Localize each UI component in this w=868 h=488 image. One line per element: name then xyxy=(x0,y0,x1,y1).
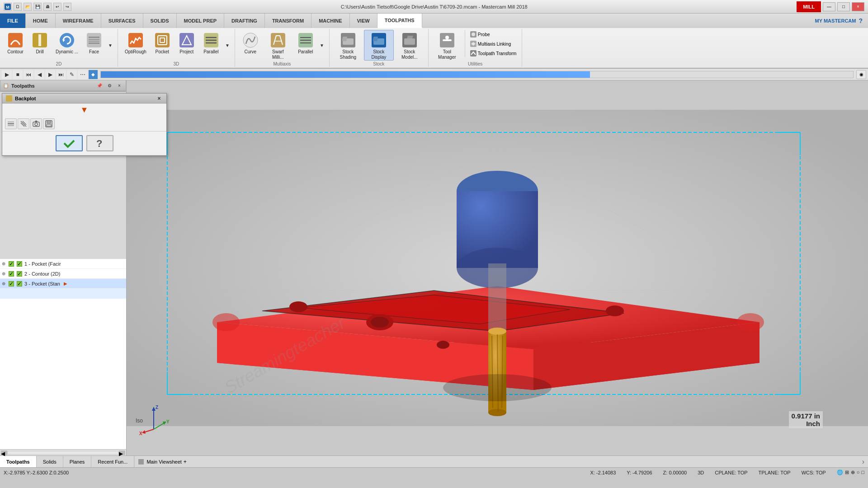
tp-check-2[interactable]: ✓ xyxy=(8,271,14,277)
tp-label-2: 2 - Contour (2D) xyxy=(24,271,60,277)
play-btn[interactable]: ▶ xyxy=(2,70,12,79)
toolpaths-close-btn[interactable]: × xyxy=(116,82,123,89)
next-btn[interactable]: ⏭ xyxy=(56,70,66,79)
my-mastercam-btn[interactable]: MY MASTERCAM ? xyxy=(810,14,868,28)
tp-check2-3[interactable]: ✓ xyxy=(16,281,23,287)
status-y: Y: -4.79206 xyxy=(627,470,652,475)
backplot-help-btn[interactable]: ? xyxy=(86,135,113,151)
scroll-right-btn[interactable]: ▶ xyxy=(119,450,125,455)
viewsheet-add-btn[interactable]: + xyxy=(184,459,187,465)
tp-check-3[interactable]: ✓ xyxy=(8,281,14,287)
grid-icon[interactable]: ⊞ xyxy=(845,469,849,475)
stock-display-btn[interactable]: Stock Display xyxy=(364,30,394,61)
left-panel-scrollbar[interactable]: ◀ ▶ xyxy=(0,449,126,455)
toolpaths-settings-btn[interactable]: ⚙ xyxy=(106,82,113,89)
tp-expand-2[interactable]: ⊕ xyxy=(2,271,6,276)
tp-check-1[interactable]: ✓ xyxy=(8,261,14,267)
print-btn[interactable]: 🖶 xyxy=(43,3,52,11)
close-btn[interactable]: × xyxy=(852,2,864,11)
toolpaths-pin-btn[interactable]: 📌 xyxy=(96,82,103,89)
tab-solids[interactable]: SOLIDS xyxy=(143,14,177,28)
redo-btn[interactable]: ↪ xyxy=(63,3,71,11)
face-btn[interactable]: Face xyxy=(82,30,106,61)
tool-manager-btn[interactable]: Tool Manager xyxy=(432,30,462,61)
project-btn[interactable]: Project xyxy=(175,30,198,61)
left-coords: X:-2.9785 Y:-2.6300 Z:0.2500 xyxy=(4,470,69,475)
tab-wireframe[interactable]: WIREFRAME xyxy=(56,14,101,28)
bp-hatch2-btn[interactable] xyxy=(18,118,29,129)
toolpaths-list[interactable]: ⊕ ✓ ✓ 1 - Pocket (Facir ⊕ ✓ ✓ 2 - Contou… xyxy=(0,259,126,449)
tp-expand-3[interactable]: ⊕ xyxy=(2,281,6,286)
backplot-icon xyxy=(6,95,12,102)
backplot-close-btn[interactable]: × xyxy=(156,95,163,102)
2d-dropdown-btn[interactable]: ▼ xyxy=(107,42,114,49)
stop-btn[interactable]: ■ xyxy=(13,70,23,79)
tab-home[interactable]: HOME xyxy=(26,14,56,28)
circle-icon[interactable]: ○ xyxy=(857,469,860,475)
tab-transform[interactable]: TRANSFORM xyxy=(265,14,311,28)
save-btn[interactable]: 💾 xyxy=(33,3,42,11)
curve-btn[interactable]: Curve xyxy=(239,30,262,61)
bp-camera-btn[interactable] xyxy=(30,118,42,129)
viewport[interactable]: Streamingteacher 0.9177 in Inch Iso Z Y xyxy=(127,80,868,455)
stock-shading-btn[interactable]: Stock Shading xyxy=(333,30,363,61)
stock-model-btn[interactable]: Stock Model... xyxy=(395,30,425,61)
probe-btn[interactable]: Probe xyxy=(468,30,519,39)
contour-label: Contour xyxy=(7,49,24,55)
tab-surfaces[interactable]: SURFACES xyxy=(101,14,143,28)
globe-icon[interactable]: 🌐 xyxy=(837,469,843,475)
prev-btn[interactable]: ⏮ xyxy=(24,70,33,79)
tp-item-1[interactable]: ⊕ ✓ ✓ 1 - Pocket (Facir xyxy=(0,259,126,269)
drill-btn[interactable]: Drill xyxy=(28,30,52,61)
swarf-btn[interactable]: Swarf Milli... xyxy=(263,30,293,61)
multiaxis-dropdown-btn[interactable]: ▼ xyxy=(318,42,326,49)
undo-btn[interactable]: ↩ xyxy=(53,3,61,11)
tp-check2-2[interactable]: ✓ xyxy=(16,271,23,277)
tab-solids[interactable]: Solids xyxy=(37,456,63,467)
edit-btn[interactable]: ✎ xyxy=(67,70,77,79)
tab-machine[interactable]: MACHINE xyxy=(311,14,349,28)
back-btn[interactable]: ◀ xyxy=(34,70,44,79)
parallel-3d-btn[interactable]: Parallel xyxy=(199,30,223,61)
3d-dropdown-btn[interactable]: ▼ xyxy=(224,42,231,49)
tab-drafting[interactable]: DRAFTING xyxy=(224,14,265,28)
optirough-btn[interactable]: OptiRough xyxy=(122,30,150,61)
contour-btn[interactable]: Contour xyxy=(4,30,27,61)
tp-item-2[interactable]: ⊕ ✓ ✓ 2 - Contour (2D) xyxy=(0,269,126,279)
tp-check2-1[interactable]: ✓ xyxy=(16,261,23,267)
parallel-multi-btn[interactable]: Parallel xyxy=(294,30,317,61)
bp-save-btn[interactable] xyxy=(43,118,55,129)
tab-planes[interactable]: Planes xyxy=(63,456,92,467)
axes-icon[interactable]: ⊕ xyxy=(851,469,855,475)
square-icon[interactable]: □ xyxy=(861,469,864,475)
tab-toolpaths[interactable]: TOOLPATHS xyxy=(377,14,422,28)
progress-bar xyxy=(100,71,854,78)
forward-btn[interactable]: ▶ xyxy=(45,70,55,79)
tp-expand-1[interactable]: ⊕ xyxy=(2,261,6,266)
maximize-btn[interactable]: □ xyxy=(837,2,850,11)
open-btn[interactable]: 📂 xyxy=(24,3,32,11)
tab-view[interactable]: VIEW xyxy=(350,14,377,28)
new-btn[interactable]: 🗋 xyxy=(14,3,22,11)
viewsheet-section: Main Viewsheet + xyxy=(134,456,190,467)
tab-file[interactable]: FILE xyxy=(0,14,26,28)
scroll-left-btn[interactable]: ◀ xyxy=(1,450,7,455)
backplot-confirm-btn[interactable] xyxy=(56,135,83,151)
toolpath-transform-btn[interactable]: Toolpath Transform xyxy=(468,49,519,58)
dynamic-btn[interactable]: Dynamic ... xyxy=(52,30,81,61)
indicator-btn[interactable]: ◆ xyxy=(89,70,98,79)
tab-model-prep[interactable]: MODEL PREP xyxy=(177,14,225,28)
display-toggle[interactable]: ◉ xyxy=(856,70,866,79)
stock-display-label: Stock Display xyxy=(367,49,391,60)
ribbon-group-3d-items: OptiRough Pocket Project xyxy=(122,30,231,61)
minimize-btn[interactable]: — xyxy=(823,2,835,11)
tp-item-3[interactable]: ⊕ ✓ ✓ 3 - Pocket (Stan ▶ xyxy=(0,279,126,289)
bp-hatch-btn[interactable] xyxy=(5,118,17,129)
app-icon[interactable]: M xyxy=(4,3,12,11)
pocket-btn[interactable]: Pocket xyxy=(151,30,174,61)
tab-recent-fun[interactable]: Recent Fun... xyxy=(91,456,134,467)
bottom-tab-collapse[interactable]: › xyxy=(859,456,868,467)
tab-toolpaths[interactable]: Toolpaths xyxy=(0,456,37,467)
more-btn[interactable]: ⋯ xyxy=(78,70,88,79)
multiaxis-linking-btn[interactable]: Multiaxis Linking xyxy=(468,39,519,48)
